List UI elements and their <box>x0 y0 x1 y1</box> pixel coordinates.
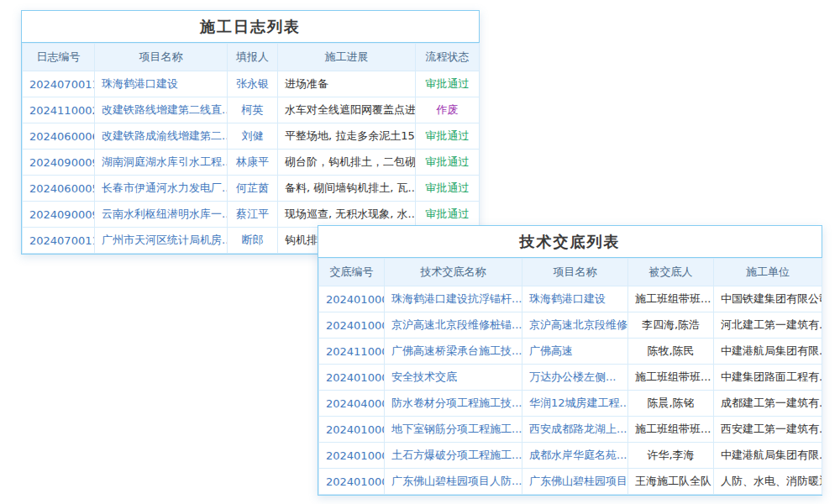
cell-project[interactable]: 改建铁路成渝线增建第二... <box>95 123 228 150</box>
cell-unit: 中国铁建集团有限公司 <box>714 286 822 312</box>
cell-project[interactable]: 万达办公楼左侧... <box>522 365 628 391</box>
column-header-project: 项目名称 <box>522 259 628 286</box>
column-header-progress: 施工进展 <box>278 44 416 71</box>
cell-project[interactable]: 成都水岸华庭名苑... <box>522 443 628 469</box>
table-row[interactable]: 2024010001广东佛山碧桂园项目人防...广东佛山碧桂园项目王海施工队全队… <box>319 469 822 495</box>
table-row[interactable]: 2024110002改建铁路线增建第二线直...柯英水车对全线遮阳网覆盖点进..… <box>23 97 480 123</box>
table-row[interactable]: 2024010002土石方爆破分项工程施工...成都水岸华庭名苑...许华,李海… <box>319 443 822 469</box>
cell-unit: 河北建工第一建筑有... <box>714 312 822 339</box>
cell-recipient: 王海施工队全队 <box>628 469 714 495</box>
cell-recipient: 许华,李海 <box>628 443 714 469</box>
cell-progress: 备料, 砌间墙钩机排土, 瓦... <box>278 176 416 202</box>
cell-name[interactable]: 珠海鹤港口建设抗浮锚杆... <box>385 286 522 312</box>
cell-id[interactable]: 2024060005 <box>23 176 95 202</box>
table-row[interactable]: 2024010003珠海鹤港口建设抗浮锚杆...珠海鹤港口建设施工班组带班...… <box>319 286 822 312</box>
cell-name[interactable]: 地下室钢筋分项工程施工... <box>385 417 522 443</box>
cell-id[interactable]: 2024010003 <box>319 286 385 312</box>
table-row[interactable]: 2024070011珠海鹤港口建设张永银进场准备审批通过 <box>23 71 480 97</box>
cell-unit: 中建港航局集团有限... <box>714 339 822 365</box>
cell-unit: 西安建工第一建筑有... <box>714 417 822 443</box>
cell-project[interactable]: 西安成都路龙湖上... <box>522 417 628 443</box>
cell-reporter[interactable]: 林康平 <box>228 150 278 176</box>
column-header-reporter: 填报人 <box>228 44 278 71</box>
cell-name[interactable]: 京沪高速北京段维修桩锚... <box>385 312 522 339</box>
cell-name[interactable]: 广佛高速桥梁承台施工技... <box>385 339 522 365</box>
tech-disclosure-title: 技术交底列表 <box>318 226 822 258</box>
cell-progress: 进场准备 <box>278 71 416 97</box>
cell-project[interactable]: 广东佛山碧桂园项目 <box>522 469 628 495</box>
cell-status: 审批通过 <box>416 202 480 228</box>
cell-id[interactable]: 2024040001 <box>319 391 385 417</box>
tech-disclosure-body: 2024010003珠海鹤港口建设抗浮锚杆...珠海鹤港口建设施工班组带班...… <box>319 286 822 495</box>
column-header-project: 项目名称 <box>95 44 228 71</box>
table-row[interactable]: 2024010003安全技术交底万达办公楼左侧...施工班组带班...中建集团路… <box>319 365 822 391</box>
cell-project[interactable]: 改建铁路线增建第二线直... <box>95 97 228 123</box>
cell-reporter[interactable]: 柯英 <box>228 97 278 123</box>
cell-project[interactable]: 广佛高速 <box>522 339 628 365</box>
cell-recipient: 陈牧,陈民 <box>628 339 714 365</box>
cell-unit: 中建集团路面工程有... <box>714 365 822 391</box>
table-row[interactable]: 2024060006改建铁路成渝线增建第二...刘健平整场地, 拉走多余泥土15… <box>23 123 480 150</box>
column-header-status: 流程状态 <box>416 44 480 71</box>
cell-id[interactable]: 2024060006 <box>23 123 95 150</box>
cell-progress: 平整场地, 拉走多余泥土15... <box>278 123 416 150</box>
cell-id[interactable]: 2024090009 <box>23 150 95 176</box>
cell-id[interactable]: 2024090009 <box>23 202 95 228</box>
cell-id[interactable]: 2024070011 <box>23 228 95 254</box>
cell-project[interactable]: 云南水利枢纽潜明水库一... <box>95 202 228 228</box>
table-row[interactable]: 2024010004京沪高速北京段维修桩锚...京沪高速北京段维修李四海,陈浩河… <box>319 312 822 339</box>
cell-project[interactable]: 珠海鹤港口建设 <box>95 71 228 97</box>
cell-id[interactable]: 2024010004 <box>319 312 385 339</box>
cell-id[interactable]: 2024010002 <box>319 443 385 469</box>
cell-id[interactable]: 2024010003 <box>319 365 385 391</box>
table-row[interactable]: 2024060005长春市伊通河水力发电厂...何芷茵备料, 砌间墙钩机排土, … <box>23 176 480 202</box>
cell-project[interactable]: 华润12城房建工程... <box>522 391 628 417</box>
tech-disclosure-header-row: 交底编号技术交底名称项目名称被交底人施工单位 <box>319 259 822 286</box>
tech-disclosure-table: 交底编号技术交底名称项目名称被交底人施工单位 2024010003珠海鹤港口建设… <box>318 258 822 495</box>
cell-project[interactable]: 珠海鹤港口建设 <box>522 286 628 312</box>
cell-status: 审批通过 <box>416 123 480 150</box>
cell-id[interactable]: 2024070011 <box>23 71 95 97</box>
cell-recipient: 陈晨,陈铭 <box>628 391 714 417</box>
cell-name[interactable]: 安全技术交底 <box>385 365 522 391</box>
column-header-id: 日志编号 <box>23 44 95 71</box>
cell-status: 作废 <box>416 97 480 123</box>
cell-id[interactable]: 2024010001 <box>319 469 385 495</box>
table-row[interactable]: 2024090009云南水利枢纽潜明水库一...蔡江平现场巡查, 无积水现象, … <box>23 202 480 228</box>
cell-id[interactable]: 2024110001 <box>319 339 385 365</box>
tech-disclosure-panel: 技术交底列表 交底编号技术交底名称项目名称被交底人施工单位 2024010003… <box>318 225 822 496</box>
table-row[interactable]: 2024040001防水卷材分项工程施工技...华润12城房建工程...陈晨,陈… <box>319 391 822 417</box>
column-header-unit: 施工单位 <box>714 259 822 286</box>
cell-recipient: 施工班组带班... <box>628 286 714 312</box>
cell-progress: 现场巡查, 无积水现象, 水... <box>278 202 416 228</box>
column-header-recipient: 被交底人 <box>628 259 714 286</box>
cell-project[interactable]: 长春市伊通河水力发电厂... <box>95 176 228 202</box>
cell-name[interactable]: 广东佛山碧桂园项目人防... <box>385 469 522 495</box>
cell-name[interactable]: 防水卷材分项工程施工技... <box>385 391 522 417</box>
cell-name[interactable]: 土石方爆破分项工程施工... <box>385 443 522 469</box>
table-row[interactable]: 2024010002地下室钢筋分项工程施工...西安成都路龙湖上...施工班组带… <box>319 417 822 443</box>
cell-project[interactable]: 京沪高速北京段维修 <box>522 312 628 339</box>
cell-progress: 水车对全线遮阳网覆盖点进... <box>278 97 416 123</box>
cell-id[interactable]: 2024110002 <box>23 97 95 123</box>
cell-reporter[interactable]: 何芷茵 <box>228 176 278 202</box>
cell-recipient: 施工班组带班... <box>628 417 714 443</box>
cell-status: 审批通过 <box>416 176 480 202</box>
cell-unit: 成都建工第一建筑有... <box>714 391 822 417</box>
table-row[interactable]: 2024110001广佛高速桥梁承台施工技...广佛高速陈牧,陈民中建港航局集团… <box>319 339 822 365</box>
cell-reporter[interactable]: 刘健 <box>228 123 278 150</box>
construction-log-header-row: 日志编号项目名称填报人施工进展流程状态 <box>23 44 480 71</box>
cell-id[interactable]: 2024010002 <box>319 417 385 443</box>
cell-reporter[interactable]: 蔡江平 <box>228 202 278 228</box>
column-header-name: 技术交底名称 <box>385 259 522 286</box>
cell-reporter[interactable]: 张永银 <box>228 71 278 97</box>
construction-log-panel: 施工日志列表 日志编号项目名称填报人施工进展流程状态 2024070011珠海鹤… <box>21 10 480 255</box>
cell-progress: 砌台阶，钩机排土，二包砌... <box>278 150 416 176</box>
cell-reporter[interactable]: 断郎 <box>228 228 278 254</box>
construction-log-table: 日志编号项目名称填报人施工进展流程状态 2024070011珠海鹤港口建设张永银… <box>22 43 480 254</box>
cell-status: 审批通过 <box>416 150 480 176</box>
cell-project[interactable]: 湖南洞庭湖水库引水工程... <box>95 150 228 176</box>
column-header-id: 交底编号 <box>319 259 385 286</box>
cell-project[interactable]: 广州市天河区统计局机房... <box>95 228 228 254</box>
table-row[interactable]: 2024090009湖南洞庭湖水库引水工程...林康平砌台阶，钩机排土，二包砌.… <box>23 150 480 176</box>
